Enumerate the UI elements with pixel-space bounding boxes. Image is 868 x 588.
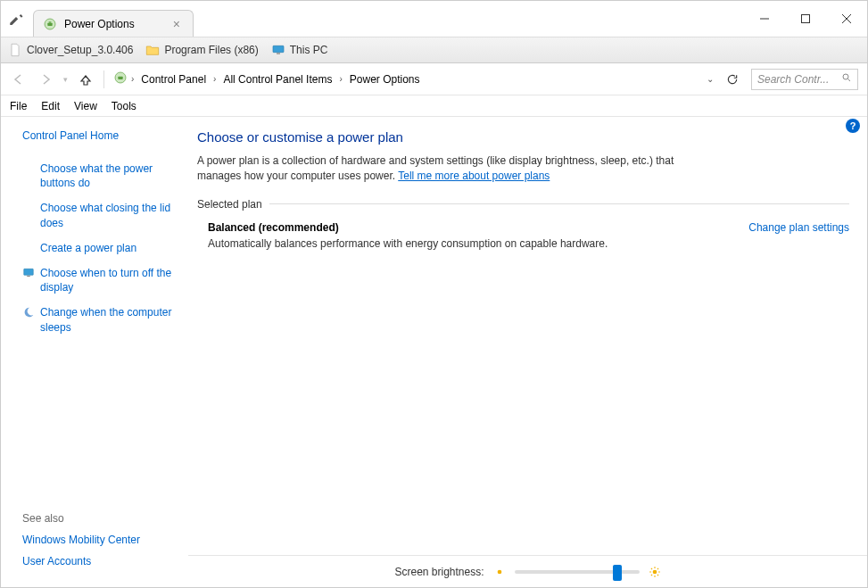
menu-view[interactable]: View — [74, 100, 97, 112]
chevron-right-icon[interactable]: › — [339, 74, 342, 84]
menubar: File Edit View Tools — [1, 95, 867, 117]
recent-locations-dropdown[interactable]: ▾ — [63, 75, 68, 84]
svg-rect-8 — [277, 53, 280, 54]
sidebar-link-display-off[interactable]: Choose when to turn off the display — [22, 266, 178, 294]
search-input[interactable]: Search Contr... — [751, 69, 858, 90]
svg-point-15 — [497, 569, 501, 574]
breadcrumb[interactable]: › Control Panel › All Control Panel Item… — [113, 70, 714, 87]
tell-me-more-link[interactable]: Tell me more about power plans — [398, 170, 550, 182]
content-area: Control Panel Home Choose what the power… — [1, 117, 867, 587]
control-panel-icon — [113, 70, 128, 87]
selected-plan-header: Selected plan — [197, 198, 849, 211]
brightness-label: Screen brightness: — [394, 566, 484, 578]
sidebar-link-lid[interactable]: Choose what closing the lid does — [22, 201, 178, 229]
file-icon — [8, 43, 22, 57]
navbar: ▾ › Control Panel › All Control Panel It… — [1, 63, 867, 95]
sidebar-link-create-plan[interactable]: Create a power plan — [22, 241, 178, 255]
svg-rect-13 — [24, 269, 34, 275]
bookmark-item[interactable]: Clover_Setup_3.0.406 — [8, 43, 133, 57]
back-button[interactable] — [10, 70, 28, 88]
sidebar-link-label: Choose what the power buttons do — [40, 161, 178, 190]
plan-description: Automatically balances performance with … — [208, 237, 740, 250]
control-panel-home-link[interactable]: Control Panel Home — [22, 129, 178, 142]
main-panel: ? Choose or customise a power plan A pow… — [188, 117, 867, 587]
bookmark-label: Program Files (x86) — [164, 44, 258, 56]
search-icon — [841, 72, 852, 86]
svg-line-21 — [650, 567, 651, 568]
sidebar: Control Panel Home Choose what the power… — [1, 117, 188, 587]
sidebar-link-label: Choose when to turn off the display — [40, 266, 178, 294]
svg-rect-10 — [118, 77, 122, 79]
sidebar-link-label: Create a power plan — [40, 241, 136, 255]
moon-icon — [22, 306, 35, 319]
forward-button[interactable] — [37, 70, 54, 88]
svg-rect-4 — [802, 15, 810, 23]
slider-thumb[interactable] — [613, 565, 622, 581]
refresh-button[interactable] — [723, 70, 742, 89]
see-also-heading: See also — [22, 512, 178, 525]
bookmark-item[interactable]: Program Files (x86) — [145, 43, 258, 57]
svg-point-16 — [652, 569, 657, 574]
page-heading: Choose or customise a power plan — [197, 129, 849, 145]
menu-file[interactable]: File — [10, 100, 27, 112]
monitor-icon — [22, 267, 35, 279]
svg-rect-7 — [273, 46, 284, 52]
chevron-right-icon[interactable]: › — [213, 74, 216, 84]
pc-icon — [271, 43, 285, 57]
browser-tab[interactable]: Power Options × — [33, 10, 194, 37]
svg-rect-1 — [47, 22, 52, 25]
change-plan-settings-link[interactable]: Change plan settings — [748, 221, 849, 234]
page-description: A power plan is a collection of hardware… — [197, 153, 715, 184]
plan-name: Balanced (recommended) — [208, 221, 740, 234]
wrench-icon — [8, 12, 24, 28]
sidebar-link-label: Choose what closing the lid does — [40, 201, 178, 229]
folder-icon — [145, 43, 160, 57]
help-icon[interactable]: ? — [846, 119, 860, 133]
see-also-mobility-center[interactable]: Windows Mobility Center — [22, 534, 178, 546]
bookmark-label: Clover_Setup_3.0.406 — [27, 44, 133, 56]
breadcrumb-item[interactable]: Power Options — [346, 71, 424, 87]
svg-line-24 — [657, 567, 657, 568]
svg-line-22 — [657, 574, 657, 575]
bookmarks-bar: Clover_Setup_3.0.406 Program Files (x86)… — [1, 37, 867, 63]
sidebar-link-sleep[interactable]: Change when the computer sleeps — [22, 305, 178, 334]
menu-tools[interactable]: Tools — [112, 100, 136, 112]
breadcrumb-item[interactable]: All Control Panel Items — [219, 71, 335, 87]
minimize-button[interactable] — [744, 5, 785, 32]
svg-line-12 — [848, 79, 851, 82]
close-window-button[interactable] — [826, 5, 867, 32]
maximize-button[interactable] — [785, 5, 826, 32]
menu-edit[interactable]: Edit — [41, 100, 60, 112]
power-options-icon — [43, 17, 57, 31]
svg-rect-2 — [49, 21, 52, 22]
breadcrumb-dropdown[interactable]: ⌄ — [707, 74, 714, 84]
svg-point-11 — [843, 74, 848, 79]
svg-line-23 — [650, 574, 651, 575]
brightness-bar: Screen brightness: — [188, 555, 867, 587]
sun-low-icon — [493, 566, 506, 578]
titlebar: Power Options × — [1, 1, 867, 37]
sidebar-link-power-buttons[interactable]: Choose what the power buttons do — [22, 161, 178, 190]
sidebar-link-label: Change when the computer sleeps — [40, 305, 178, 334]
blank-icon — [22, 202, 35, 214]
bookmark-item[interactable]: This PC — [271, 43, 328, 57]
tab-title: Power Options — [64, 18, 135, 30]
up-button[interactable] — [77, 70, 95, 88]
see-also-user-accounts[interactable]: User Accounts — [22, 555, 178, 567]
breadcrumb-item[interactable]: Control Panel — [137, 71, 210, 87]
power-plan-row: Balanced (recommended) Automatically bal… — [197, 221, 849, 250]
bookmark-label: This PC — [290, 44, 328, 56]
close-tab-button[interactable]: × — [169, 17, 184, 31]
sun-high-icon — [649, 566, 661, 578]
divider — [269, 203, 849, 204]
svg-rect-14 — [27, 276, 30, 277]
blank-icon — [22, 242, 35, 254]
brightness-slider[interactable] — [515, 570, 640, 574]
section-label: Selected plan — [197, 198, 262, 211]
search-placeholder: Search Contr... — [757, 73, 829, 86]
blank-icon — [22, 162, 35, 175]
chevron-right-icon[interactable]: › — [131, 74, 134, 84]
